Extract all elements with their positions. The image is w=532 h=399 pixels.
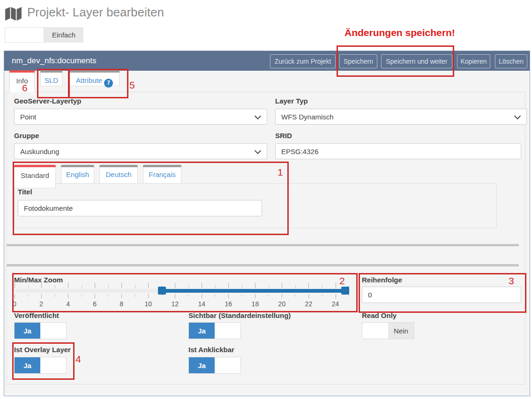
lang-tab-deutsch[interactable]: Deutsch bbox=[99, 167, 138, 184]
zoom-tick bbox=[121, 283, 122, 288]
zoom-tick bbox=[108, 285, 109, 288]
zoom-tick bbox=[15, 283, 15, 288]
lang-tab-standard[interactable]: Standard bbox=[14, 167, 56, 188]
read-only-toggle-value: Nein bbox=[388, 323, 414, 339]
lang-tab-standard-label: Standard bbox=[21, 171, 49, 179]
veroeffentlicht-toggle-value: Ja bbox=[15, 323, 40, 339]
zoom-tick-label: 18 bbox=[252, 300, 259, 308]
zoom-tick bbox=[188, 295, 189, 297]
zoom-tick bbox=[295, 295, 296, 297]
ist-overlay-toggle-value: Ja bbox=[15, 357, 40, 373]
zoom-tick-label: 8 bbox=[120, 300, 123, 308]
ist-overlay-toggle[interactable]: Ja bbox=[14, 357, 67, 374]
lang-tab-deutsch-label: Deutsch bbox=[105, 170, 131, 178]
zoom-tick bbox=[282, 283, 282, 288]
tab-sld-label: SLD bbox=[45, 76, 58, 84]
zoom-tick bbox=[295, 285, 296, 288]
sichtbar-toggle[interactable]: Ja bbox=[188, 322, 241, 339]
veroeffentlicht-label: Veröffentlicht bbox=[14, 311, 59, 319]
lang-tab-english-accent-bar bbox=[61, 165, 94, 167]
copy-button[interactable]: Kopieren bbox=[457, 54, 490, 68]
zoom-slider-range bbox=[162, 289, 349, 293]
ist-anklickbar-toggle[interactable]: Ja bbox=[188, 357, 241, 374]
tab-info-accent-bar bbox=[9, 70, 35, 73]
titel-label: Titel bbox=[18, 188, 32, 196]
layer-name: nm_dev_nfs:documents bbox=[12, 51, 97, 71]
divider bbox=[7, 264, 519, 266]
zoom-tick-label: 20 bbox=[278, 300, 286, 308]
zoom-tick bbox=[322, 295, 322, 297]
zoom-tick-label: 22 bbox=[305, 300, 313, 308]
tab-info[interactable]: Info bbox=[9, 73, 35, 92]
lang-tab-deutsch-accent-bar bbox=[99, 165, 138, 167]
sichtbar-label: Sichtbar (Standardeinstellung) bbox=[188, 311, 291, 319]
zoom-tick bbox=[15, 294, 15, 298]
srid-label: SRID bbox=[275, 132, 292, 140]
zoom-tick bbox=[202, 283, 202, 288]
geoserver-layertyp-select[interactable]: Point bbox=[14, 109, 267, 125]
einfach-mode-toggle[interactable]: Einfach bbox=[5, 27, 83, 43]
zoom-tick-label: 0 bbox=[13, 300, 16, 308]
read-only-toggle[interactable]: Nein bbox=[362, 322, 414, 339]
zoom-tick-label: 4 bbox=[66, 300, 70, 308]
reihenfolge-input[interactable] bbox=[362, 287, 521, 303]
zoom-tick bbox=[269, 285, 269, 288]
gruppe-label: Gruppe bbox=[14, 132, 39, 140]
lang-tab-english-label: English bbox=[66, 170, 89, 178]
zoom-tick bbox=[55, 295, 55, 297]
einfach-toggle-off-half[interactable] bbox=[5, 27, 44, 43]
zoom-tick-label: 16 bbox=[225, 300, 232, 308]
back-to-project-button[interactable]: Zurück zum Projekt bbox=[270, 54, 336, 68]
veroeffentlicht-toggle-off-half bbox=[40, 323, 66, 339]
layer-typ-label: Layer Typ bbox=[275, 97, 308, 105]
save-button[interactable]: Speichern bbox=[339, 54, 377, 68]
zoom-tick bbox=[41, 294, 42, 298]
lang-tab-english[interactable]: English bbox=[61, 167, 94, 184]
zoom-tick bbox=[336, 294, 336, 298]
read-only-label: Read Only bbox=[362, 311, 397, 319]
zoom-min-handle[interactable] bbox=[158, 287, 166, 295]
divider bbox=[7, 244, 519, 246]
zoom-tick bbox=[95, 294, 95, 298]
delete-button[interactable]: Löschen bbox=[495, 54, 527, 68]
zoom-tick bbox=[242, 295, 242, 297]
zoom-tick bbox=[336, 283, 336, 288]
veroeffentlicht-toggle[interactable]: Ja bbox=[14, 322, 67, 339]
zoom-tick bbox=[322, 285, 322, 288]
titel-input[interactable] bbox=[18, 200, 262, 216]
page: Projekt- Layer bearbeiten Einfach Änderu… bbox=[0, 0, 532, 399]
zoom-tick bbox=[228, 294, 229, 298]
zoom-slider[interactable]: 024681012141618202224 bbox=[15, 283, 349, 309]
chevron-down-icon bbox=[514, 113, 521, 119]
zoom-tick bbox=[282, 294, 282, 298]
zoom-tick bbox=[82, 285, 82, 288]
annotation-headline: Änderungen speichern! bbox=[345, 27, 455, 38]
zoom-tick bbox=[215, 285, 216, 288]
zoom-tick bbox=[175, 294, 175, 298]
map-icon bbox=[5, 6, 22, 21]
einfach-toggle-label[interactable]: Einfach bbox=[44, 27, 83, 43]
zoom-tick bbox=[228, 283, 229, 288]
sichtbar-toggle-value: Ja bbox=[189, 323, 215, 339]
layer-typ-select[interactable]: WFS Dynamisch bbox=[275, 109, 527, 125]
zoom-tick bbox=[162, 295, 162, 297]
lang-tab-francais-accent-bar bbox=[143, 165, 181, 167]
gruppe-select[interactable]: Auskundung bbox=[14, 143, 267, 159]
ist-anklickbar-label: Ist Anklickbar bbox=[188, 346, 234, 354]
tab-sld[interactable]: SLD bbox=[40, 73, 62, 86]
zoom-tick-label: 6 bbox=[93, 300, 97, 308]
ist-anklickbar-toggle-value: Ja bbox=[189, 357, 215, 373]
tab-attribute[interactable]: Attribute 7 bbox=[69, 73, 120, 86]
zoom-tick bbox=[242, 285, 242, 288]
gruppe-value: Auskundung bbox=[20, 148, 59, 155]
zoom-tick-label: 12 bbox=[171, 300, 179, 308]
zoom-tick bbox=[135, 295, 135, 297]
zoom-tick bbox=[135, 285, 135, 288]
zoom-tick-label: 14 bbox=[198, 300, 206, 308]
zoom-tick bbox=[255, 283, 255, 288]
zoom-tick bbox=[148, 283, 149, 288]
lang-tab-francais[interactable]: Français bbox=[143, 167, 181, 184]
zoom-max-handle[interactable] bbox=[341, 287, 349, 295]
save-and-continue-button[interactable]: Speichern und weiter bbox=[381, 54, 452, 68]
srid-input[interactable] bbox=[275, 143, 521, 159]
